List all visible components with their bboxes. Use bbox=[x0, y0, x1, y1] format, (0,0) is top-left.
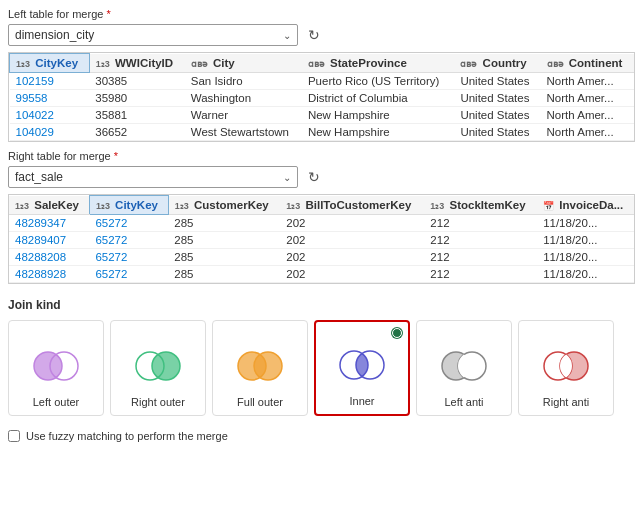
table-row: 482894076527228520221211/18/20... bbox=[9, 232, 634, 249]
col-icon-abc3: ɑʙə bbox=[460, 59, 477, 69]
col-icon-abc4: ɑʙə bbox=[547, 59, 564, 69]
inner-venn bbox=[336, 347, 388, 383]
left-outer-venn bbox=[30, 348, 82, 384]
left-table-label: Left table for merge * bbox=[8, 8, 635, 20]
left-table-dropdown[interactable]: dimension_city ⌄ bbox=[8, 24, 298, 46]
right-table-scroll[interactable]: 1₂3 SaleKey 1₂3 CityKey 1₂3 CustomerKey … bbox=[9, 195, 634, 283]
table-row: 482893476527228520221211/18/20... bbox=[9, 215, 634, 232]
svg-point-3 bbox=[152, 352, 180, 380]
left-col-city[interactable]: ɑʙə City bbox=[185, 54, 302, 73]
main-container: Left table for merge * dimension_city ⌄ … bbox=[0, 0, 635, 527]
right-table-selected: fact_sale bbox=[15, 170, 63, 184]
svg-point-5 bbox=[254, 352, 282, 380]
right-col-stockitemkey[interactable]: 1₂3 StockItemKey bbox=[424, 196, 537, 215]
col-icon-123: 1₂3 bbox=[16, 59, 30, 69]
left-col-continent[interactable]: ɑʙə Continent bbox=[541, 54, 634, 73]
col-icon-abc2: ɑʙə bbox=[308, 59, 325, 69]
left-table: 1₂3 CityKey 1₂3 WWICityID ɑʙə City ɑʙə S… bbox=[9, 53, 634, 141]
table-row: 9955835980WashingtonDistrict of Columbia… bbox=[10, 90, 635, 107]
right-col-billtocustomerkey[interactable]: 1₂3 BillToCustomerKey bbox=[280, 196, 424, 215]
left-table-chevron-icon: ⌄ bbox=[283, 30, 291, 41]
left-outer-icon-wrap bbox=[30, 340, 82, 392]
right-table: 1₂3 SaleKey 1₂3 CityKey 1₂3 CustomerKey … bbox=[9, 195, 634, 283]
svg-point-0 bbox=[34, 352, 62, 380]
inner-icon-wrap bbox=[336, 339, 388, 391]
inner-selected-dot bbox=[392, 328, 402, 338]
left-col-citykey[interactable]: 1₂3 CityKey bbox=[10, 54, 90, 73]
right-table-dropdown[interactable]: fact_sale ⌄ bbox=[8, 166, 298, 188]
full-outer-venn bbox=[234, 348, 286, 384]
right-table-wrapper: 1₂3 SaleKey 1₂3 CityKey 1₂3 CustomerKey … bbox=[8, 194, 635, 284]
left-col-wwicityid[interactable]: 1₂3 WWICityID bbox=[89, 54, 185, 73]
left-col-stateprovince[interactable]: ɑʙə StateProvince bbox=[302, 54, 454, 73]
table-row: 482889286527228520221211/18/20... bbox=[9, 266, 634, 283]
right-table-refresh-button[interactable]: ↻ bbox=[304, 167, 324, 187]
col-icon-123b: 1₂3 bbox=[96, 59, 110, 69]
col-icon-abc: ɑʙə bbox=[191, 59, 208, 69]
right-outer-icon-wrap bbox=[132, 340, 184, 392]
right-col-invoiceda[interactable]: 📅 InvoiceDa... bbox=[537, 196, 634, 215]
left-table-selected: dimension_city bbox=[15, 28, 94, 42]
table-row: 10402235881WarnerNew HampshireUnited Sta… bbox=[10, 107, 635, 124]
left-anti-icon-wrap bbox=[438, 340, 490, 392]
join-option-left-outer[interactable]: Left outer bbox=[8, 320, 104, 416]
right-col-customerkey[interactable]: 1₂3 CustomerKey bbox=[168, 196, 280, 215]
join-kind-label: Join kind bbox=[8, 298, 635, 312]
right-table-section: Right table for merge * fact_sale ⌄ ↻ 1₂… bbox=[8, 150, 635, 292]
right-table-label: Right table for merge * bbox=[8, 150, 635, 162]
join-option-left-anti[interactable]: Left anti bbox=[416, 320, 512, 416]
right-col-salekey[interactable]: 1₂3 SaleKey bbox=[9, 196, 89, 215]
right-outer-venn bbox=[132, 348, 184, 384]
right-anti-venn bbox=[540, 348, 592, 384]
left-col-country[interactable]: ɑʙə Country bbox=[454, 54, 540, 73]
join-options-group: Left outer Right outer bbox=[8, 320, 635, 416]
right-table-chevron-icon: ⌄ bbox=[283, 172, 291, 183]
fuzzy-matching-checkbox[interactable] bbox=[8, 430, 20, 442]
table-row: 10215930385San IsidroPuerto Rico (US Ter… bbox=[10, 73, 635, 90]
table-row: 10402936652West StewartstownNew Hampshir… bbox=[10, 124, 635, 141]
full-outer-label: Full outer bbox=[237, 396, 283, 409]
left-table-dropdown-row: dimension_city ⌄ ↻ bbox=[8, 24, 635, 46]
table-row: 482882086527228520221211/18/20... bbox=[9, 249, 634, 266]
join-option-right-anti[interactable]: Right anti bbox=[518, 320, 614, 416]
inner-label: Inner bbox=[349, 395, 374, 408]
right-anti-label: Right anti bbox=[543, 396, 589, 409]
join-option-full-outer[interactable]: Full outer bbox=[212, 320, 308, 416]
left-table-scroll[interactable]: 1₂3 CityKey 1₂3 WWICityID ɑʙə City ɑʙə S… bbox=[9, 53, 634, 141]
fuzzy-matching-row: Use fuzzy matching to perform the merge bbox=[8, 430, 635, 442]
left-table-section: Left table for merge * dimension_city ⌄ … bbox=[8, 8, 635, 150]
left-anti-venn bbox=[438, 348, 490, 384]
right-anti-icon-wrap bbox=[540, 340, 592, 392]
join-option-right-outer[interactable]: Right outer bbox=[110, 320, 206, 416]
right-table-dropdown-row: fact_sale ⌄ ↻ bbox=[8, 166, 635, 188]
left-table-refresh-button[interactable]: ↻ bbox=[304, 25, 324, 45]
join-kind-section: Join kind Left outer bbox=[8, 292, 635, 426]
left-outer-label: Left outer bbox=[33, 396, 79, 409]
left-anti-label: Left anti bbox=[444, 396, 483, 409]
full-outer-icon-wrap bbox=[234, 340, 286, 392]
join-option-inner[interactable]: Inner bbox=[314, 320, 410, 416]
left-table-wrapper: 1₂3 CityKey 1₂3 WWICityID ɑʙə City ɑʙə S… bbox=[8, 52, 635, 142]
right-col-citykey[interactable]: 1₂3 CityKey bbox=[89, 196, 168, 215]
right-outer-label: Right outer bbox=[131, 396, 185, 409]
fuzzy-matching-label[interactable]: Use fuzzy matching to perform the merge bbox=[26, 430, 228, 442]
